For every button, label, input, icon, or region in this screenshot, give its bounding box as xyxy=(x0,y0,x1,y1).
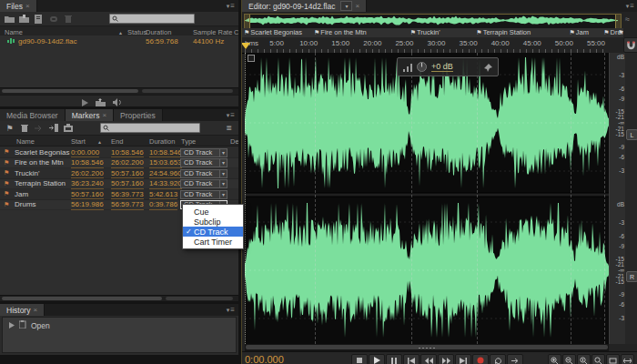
skip-back-button[interactable] xyxy=(403,354,420,364)
tab-editor[interactable]: Editor: gd90-09-14d2.flac ▾ × xyxy=(242,0,367,12)
channel-left-button[interactable]: L xyxy=(626,129,637,140)
column-end[interactable]: End xyxy=(111,137,123,146)
menu-item[interactable]: Cart Timer xyxy=(183,237,243,247)
zoom-selection-button[interactable] xyxy=(606,354,620,364)
column-name[interactable]: Name xyxy=(16,137,35,146)
panel-menu-icon[interactable]: ▾≡ xyxy=(223,109,238,121)
tab-properties[interactable]: Properties xyxy=(114,109,163,121)
column-type[interactable]: Type xyxy=(181,137,196,146)
merge-markers-icon[interactable] xyxy=(33,123,45,133)
gain-value[interactable]: +0 dB xyxy=(431,62,453,72)
column-start[interactable]: Start xyxy=(71,137,86,146)
marker-duration[interactable]: 5:42.613 xyxy=(149,190,177,200)
pause-button[interactable] xyxy=(386,354,402,364)
table-row[interactable]: ⚑ Terrapin Station 36:23.240 50:57.160 1… xyxy=(0,179,238,190)
history-item[interactable]: Open xyxy=(3,318,236,330)
marker-start[interactable]: 56:19.986 xyxy=(71,200,104,210)
marker-start[interactable]: 26:02.200 xyxy=(71,169,104,179)
marker-end[interactable]: 26:02.200 xyxy=(111,158,144,168)
zoom-in-button[interactable] xyxy=(548,354,561,364)
panel-menu-icon[interactable]: ▾≡ xyxy=(223,0,238,12)
marker-end[interactable]: 56:59.773 xyxy=(111,200,144,210)
menu-item[interactable]: Cue xyxy=(183,207,243,217)
marker-end[interactable]: 50:57.160 xyxy=(111,179,144,189)
zoom-navigator[interactable] xyxy=(244,14,622,29)
pin-hud-icon[interactable] xyxy=(484,59,492,76)
timeline-marker-flag[interactable]: ⚑Scarlet Begonias xyxy=(244,28,302,37)
marker-name[interactable]: Truckin' xyxy=(15,169,39,178)
type-dropdown[interactable]: CD Track ▾ xyxy=(180,148,228,157)
marker-start[interactable]: 10:58.546 xyxy=(71,158,104,168)
timeline-marker-flag[interactable]: ⚑Truckin' xyxy=(410,28,440,37)
timeline-marker-flag[interactable]: ⚑Fire on the Mtn xyxy=(314,28,367,37)
new-item-icon[interactable] xyxy=(33,14,45,24)
file-row[interactable]: gd90-09-14d2.flac 56:59.768 44100 Hz xyxy=(0,35,238,46)
waveform-display[interactable] xyxy=(245,53,609,344)
timeline-marker-flag[interactable]: ⚑ xyxy=(618,28,623,37)
marker-name[interactable]: Scarlet Begonias xyxy=(15,148,69,157)
delete-icon[interactable] xyxy=(62,14,74,24)
type-dropdown[interactable]: CD Track ▾ xyxy=(180,179,228,188)
marker-duration[interactable]: 0:39.786 xyxy=(149,200,177,210)
marker-end[interactable]: 50:57.160 xyxy=(111,169,144,179)
rewind-button[interactable] xyxy=(420,354,437,364)
marker-name[interactable]: Terrapin Station xyxy=(15,179,66,188)
marker-list-options-icon[interactable]: ≣ xyxy=(223,123,235,133)
amplitude-ruler[interactable]: dB-3-3-6-6-9-9-15-15-21-21-∞dB-3-3-6-6-9… xyxy=(609,53,626,344)
selection-handle-icon[interactable] xyxy=(248,55,255,62)
playback-time[interactable]: 0:00.000 xyxy=(245,354,284,364)
marker-duration[interactable]: 24:54.960 xyxy=(149,169,182,179)
timeline-ruler[interactable]: hms 5:0010:0015:0020:0025:0030:0035:0040… xyxy=(242,37,623,54)
markers-hscrollbar[interactable] xyxy=(0,295,238,301)
open-file-icon[interactable] xyxy=(4,14,15,24)
snap-magnet-button[interactable] xyxy=(623,37,637,53)
marker-duration[interactable]: 10:58.546 xyxy=(149,148,182,158)
table-row[interactable]: ⚑ Fire on the Mtn 10:58.546 26:02.200 15… xyxy=(0,158,238,169)
gain-knob-icon[interactable] xyxy=(417,59,427,76)
marker-name[interactable]: Fire on the Mtn xyxy=(15,158,64,167)
marker-duration[interactable]: 15:03.653 xyxy=(149,158,182,168)
tab-files[interactable]: Files × xyxy=(0,0,37,12)
navigator-right-handle[interactable] xyxy=(615,15,621,28)
type-dropdown[interactable]: CD Track ▾ xyxy=(180,190,228,199)
insert-into-multitrack-icon[interactable] xyxy=(47,123,59,133)
navigator-left-handle[interactable] xyxy=(245,15,250,28)
tab-media-browser[interactable]: Media Browser xyxy=(0,109,66,121)
fast-forward-button[interactable] xyxy=(438,354,454,364)
table-row[interactable]: ⚑ Scarlet Begonias 0:00.000 10:58.546 10… xyxy=(0,147,238,158)
delete-marker-icon[interactable] xyxy=(18,123,30,133)
editor-hscrollbar[interactable] xyxy=(245,344,609,351)
play-icon[interactable] xyxy=(82,94,88,107)
link-media-icon[interactable] xyxy=(47,14,59,24)
panel-menu-icon[interactable]: ▾≡ xyxy=(223,304,238,316)
table-row[interactable]: ⚑ Jam 50:57.160 56:39.773 5:42.613 CD Tr… xyxy=(0,189,238,200)
close-icon[interactable]: × xyxy=(33,307,37,314)
zoom-out-vertical-button[interactable] xyxy=(592,354,605,364)
speaker-icon[interactable] xyxy=(113,94,123,107)
zoom-full-button[interactable] xyxy=(621,354,634,364)
navigator-options-icon[interactable]: ≈ xyxy=(625,15,630,24)
timeline-marker-flag[interactable]: ⚑Terrapin Station xyxy=(476,28,531,37)
marker-name[interactable]: Jam xyxy=(15,190,28,199)
record-button[interactable] xyxy=(472,354,489,364)
file-name[interactable]: gd90-09-14d2.flac xyxy=(18,37,77,46)
volume-hud[interactable]: +0 dB xyxy=(397,57,499,76)
playhead-icon[interactable] xyxy=(241,43,250,49)
auto-open-icon[interactable] xyxy=(96,94,106,107)
column-extra[interactable]: De xyxy=(230,137,238,146)
type-dropdown[interactable]: CD Track ▾ xyxy=(180,158,228,167)
play-button[interactable] xyxy=(369,354,385,364)
panel-menu-icon[interactable]: ▾≡ xyxy=(622,0,637,12)
table-row[interactable]: ⚑ Truckin' 26:02.200 50:57.160 24:54.960… xyxy=(0,168,238,179)
marker-end[interactable]: 10:58.546 xyxy=(111,148,144,158)
close-icon[interactable]: × xyxy=(355,3,359,10)
type-dropdown[interactable]: CD Track ▾ xyxy=(180,169,228,178)
search-input[interactable] xyxy=(109,14,195,24)
zoom-out-button[interactable] xyxy=(562,354,576,364)
channel-right-button[interactable]: R xyxy=(626,271,637,282)
menu-item[interactable]: Subclip xyxy=(183,217,243,227)
marker-start[interactable]: 0:00.000 xyxy=(71,148,99,158)
marker-start[interactable]: 36:23.240 xyxy=(71,179,104,189)
stop-button[interactable] xyxy=(351,354,368,364)
skip-to-end-button[interactable] xyxy=(507,354,523,364)
